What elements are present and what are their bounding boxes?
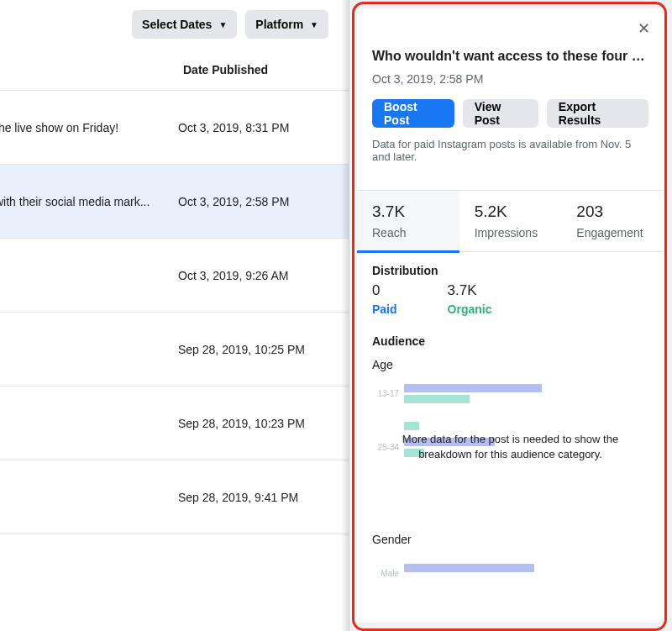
chart-row: Male xyxy=(365,560,655,586)
platform-dropdown[interactable]: Platform ▼ xyxy=(245,10,328,39)
table-row[interactable]: with their social media mark...Oct 3, 20… xyxy=(0,165,349,239)
metric-engagement-tab[interactable]: 203 Engagement xyxy=(561,190,664,252)
organic-value: 3.7K xyxy=(448,282,492,299)
metric-reach-value: 3.7K xyxy=(372,202,446,221)
gender-chart: Male xyxy=(365,560,655,586)
column-header-date: Date Published xyxy=(0,49,349,91)
row-date: Sep 28, 2019, 10:25 PM xyxy=(178,343,305,356)
table-row[interactable]: Oct 3, 2019, 9:26 AM xyxy=(0,239,349,313)
close-icon[interactable]: ✕ xyxy=(632,17,655,40)
row-date: Sep 28, 2019, 10:23 PM xyxy=(178,417,305,430)
table-row[interactable]: Sep 28, 2019, 9:41 PM xyxy=(0,460,349,534)
post-details-panel: ✕ Who wouldn't want access to these four… xyxy=(357,8,664,623)
bar-secondary xyxy=(404,395,470,403)
distribution-paid: 0 Paid xyxy=(372,282,397,316)
post-timestamp: Oct 3, 2019, 2:58 PM xyxy=(372,72,648,86)
row-date: Oct 3, 2019, 9:26 AM xyxy=(178,269,289,282)
age-heading: Age xyxy=(357,353,664,375)
paid-label: Paid xyxy=(372,302,397,316)
platform-label: Platform xyxy=(255,18,303,31)
bar-primary xyxy=(404,384,542,392)
caret-down-icon: ▼ xyxy=(218,20,227,29)
metric-reach-tab[interactable]: 3.7K Reach xyxy=(357,190,459,252)
row-date: Oct 3, 2019, 2:58 PM xyxy=(178,195,289,208)
metric-reach-label: Reach xyxy=(372,226,446,239)
chart-row: 13-17 xyxy=(365,380,655,407)
chart-row xyxy=(365,460,655,487)
chart-insufficient-data-message: More data for the post is needed to show… xyxy=(365,432,655,462)
distribution-organic: 3.7K Organic xyxy=(448,282,492,316)
table-row[interactable]: Sep 28, 2019, 10:25 PM xyxy=(0,313,349,386)
boost-post-button[interactable]: Boost Post xyxy=(372,99,454,128)
select-dates-label: Select Dates xyxy=(142,18,212,31)
distribution-heading: Distribution xyxy=(357,252,664,282)
post-title: Who wouldn't want access to these four (… xyxy=(372,49,648,64)
row-title: the live show on Friday! xyxy=(0,121,178,134)
metric-impressions-value: 5.2K xyxy=(475,202,549,221)
paid-value: 0 xyxy=(372,282,397,299)
data-availability-note: Data for paid Instagram posts is availab… xyxy=(372,138,648,163)
audience-heading: Audience xyxy=(357,323,664,353)
row-title: with their social media mark... xyxy=(0,195,178,208)
bar-primary xyxy=(404,564,534,572)
table-row[interactable]: the live show on Friday!Oct 3, 2019, 8:3… xyxy=(0,91,349,165)
row-date: Oct 3, 2019, 8:31 PM xyxy=(178,121,289,134)
posts-table: the live show on Friday!Oct 3, 2019, 8:3… xyxy=(0,91,349,631)
chart-row-label: Male xyxy=(365,569,399,578)
metric-impressions-label: Impressions xyxy=(475,226,549,239)
organic-label: Organic xyxy=(448,302,492,316)
view-post-button[interactable]: View Post xyxy=(463,99,538,128)
metric-impressions-tab[interactable]: 5.2K Impressions xyxy=(459,190,562,252)
chart-row-label: 13-17 xyxy=(365,389,399,398)
gender-heading: Gender xyxy=(357,523,664,549)
caret-down-icon: ▼ xyxy=(310,20,318,29)
age-chart: 13-1725-34More data for the post is need… xyxy=(365,380,655,523)
metric-engagement-label: Engagement xyxy=(576,226,650,239)
metric-engagement-value: 203 xyxy=(576,202,650,221)
export-results-button[interactable]: Export Results xyxy=(547,99,648,128)
chart-row xyxy=(365,407,655,434)
select-dates-dropdown[interactable]: Select Dates ▼ xyxy=(132,10,237,39)
bar-secondary xyxy=(404,422,419,430)
row-date: Sep 28, 2019, 9:41 PM xyxy=(178,491,298,504)
table-row[interactable]: Sep 28, 2019, 10:23 PM xyxy=(0,386,349,460)
